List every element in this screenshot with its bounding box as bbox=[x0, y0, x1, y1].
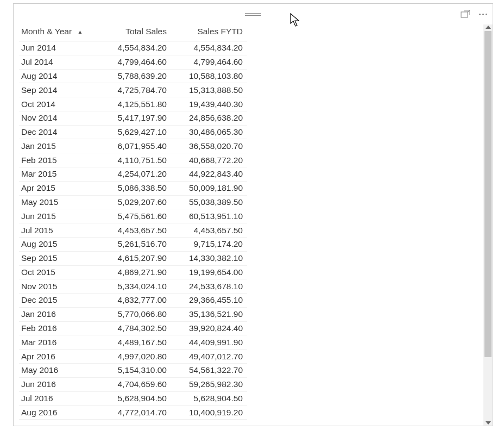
cell-month-year: May 2016 bbox=[19, 363, 98, 377]
cell-total-sales: 4,832,777.00 bbox=[98, 294, 171, 308]
cell-month-year: Jan 2015 bbox=[19, 139, 98, 153]
cell-month-year: Apr 2015 bbox=[19, 181, 98, 195]
scroll-down-arrow-icon[interactable] bbox=[486, 421, 491, 425]
table-row[interactable]: Aug 20155,261,516.709,715,174.20 bbox=[19, 237, 247, 251]
cell-total-sales: 4,799,464.60 bbox=[98, 55, 171, 69]
svg-rect-0 bbox=[461, 12, 468, 17]
scroll-track[interactable] bbox=[483, 31, 493, 419]
table-row[interactable]: Jan 20156,071,955.4036,558,020.70 bbox=[19, 139, 247, 153]
column-header-sales-fytd[interactable]: Sales FYTD bbox=[171, 24, 247, 41]
table-row[interactable]: Jul 20144,799,464.604,799,464.60 bbox=[19, 55, 247, 69]
table-row[interactable]: Aug 20145,788,639.2010,588,103.80 bbox=[19, 69, 247, 83]
vertical-scrollbar[interactable] bbox=[483, 24, 493, 426]
table-row[interactable]: Jul 20165,628,904.505,628,904.50 bbox=[19, 391, 247, 406]
cell-sales-fytd: 50,009,181.90 bbox=[171, 181, 247, 195]
table-row[interactable]: Nov 20155,334,024.1024,533,678.10 bbox=[19, 279, 247, 294]
cell-month-year: Oct 2014 bbox=[19, 97, 98, 111]
table-row[interactable]: Mar 20164,489,167.5044,409,991.90 bbox=[19, 335, 247, 350]
visual-header bbox=[14, 4, 493, 24]
sort-ascending-icon: ▲ bbox=[77, 29, 83, 35]
table-row[interactable]: Aug 20164,772,014.7010,400,919.20 bbox=[19, 406, 247, 420]
column-header-month-year[interactable]: Month & Year ▲ bbox=[19, 24, 98, 41]
table-scroll[interactable]: Month & Year ▲ Total Sales Sales FYTD Ju… bbox=[14, 24, 483, 426]
more-options-icon[interactable] bbox=[477, 11, 489, 17]
cell-month-year: Dec 2015 bbox=[19, 294, 98, 308]
column-header-total-sales[interactable]: Total Sales bbox=[98, 24, 171, 41]
cell-sales-fytd: 29,366,455.10 bbox=[171, 294, 247, 308]
cell-month-year: Mar 2015 bbox=[19, 167, 98, 182]
table-row[interactable]: Dec 20145,629,427.1030,486,065.30 bbox=[19, 125, 247, 139]
cell-month-year: Jan 2016 bbox=[19, 307, 98, 321]
table-row[interactable]: Feb 20154,110,751.5040,668,772.20 bbox=[19, 153, 247, 167]
scroll-up-arrow-icon[interactable] bbox=[486, 26, 491, 29]
cell-total-sales: 4,254,071.20 bbox=[98, 167, 171, 182]
cell-sales-fytd: 5,628,904.50 bbox=[171, 391, 247, 406]
table-row[interactable]: May 20165,154,310.0054,561,322.70 bbox=[19, 363, 247, 377]
data-table: Month & Year ▲ Total Sales Sales FYTD Ju… bbox=[19, 24, 247, 426]
cell-month-year: Jul 2015 bbox=[19, 223, 98, 238]
table-row[interactable]: Nov 20145,417,197.9024,856,638.20 bbox=[19, 111, 247, 125]
cell-total-sales: 6,071,955.40 bbox=[98, 139, 171, 153]
cell-total-sales: 4,869,271.90 bbox=[98, 265, 171, 279]
cell-total-sales: 4,554,834.20 bbox=[98, 41, 171, 55]
cell-month-year: Mar 2016 bbox=[19, 335, 98, 350]
cell-total-sales: 5,086,338.50 bbox=[98, 181, 171, 195]
cell-total-sales: 5,629,427.10 bbox=[98, 125, 171, 139]
cell-sales-fytd: 39,920,824.40 bbox=[171, 321, 247, 335]
cell-month-year: Feb 2015 bbox=[19, 153, 98, 167]
cell-sales-fytd: 24,533,678.10 bbox=[171, 279, 247, 294]
cell-sales-fytd: 10,400,919.20 bbox=[171, 406, 247, 420]
table-row[interactable]: Oct 20144,125,551.8019,439,440.30 bbox=[19, 97, 247, 111]
table-row[interactable]: Oct 20154,869,271.9019,199,654.00 bbox=[19, 265, 247, 279]
cell-sales-fytd: 24,856,638.20 bbox=[171, 111, 247, 125]
scroll-thumb[interactable] bbox=[484, 31, 492, 357]
cell-total-sales: 4,615,207.90 bbox=[98, 251, 171, 265]
cell-month-year: Aug 2016 bbox=[19, 406, 98, 420]
header-label: Month & Year bbox=[21, 27, 72, 36]
cell-total-sales: 5,417,197.90 bbox=[98, 111, 171, 125]
table-row[interactable]: Jun 20144,554,834.204,554,834.20 bbox=[19, 41, 247, 55]
cell-month-year: May 2015 bbox=[19, 195, 98, 209]
table-row[interactable]: Feb 20164,784,302.5039,920,824.40 bbox=[19, 321, 247, 335]
table-visual: Month & Year ▲ Total Sales Sales FYTD Ju… bbox=[13, 3, 493, 426]
cell-total-sales: 5,029,207.60 bbox=[98, 195, 171, 209]
cell-sales-fytd: 49,407,012.70 bbox=[171, 350, 247, 364]
table-row[interactable]: Jun 20155,475,561.6060,513,951.10 bbox=[19, 209, 247, 223]
cell-total-sales: 5,770,066.80 bbox=[98, 307, 171, 321]
cell-total-sales: 5,261,516.70 bbox=[98, 237, 171, 251]
cell-total-sales: 4,704,659.60 bbox=[98, 377, 171, 391]
cell-total-sales: 4,489,167.50 bbox=[98, 335, 171, 350]
cell-sales-fytd: 4,453,657.50 bbox=[171, 223, 247, 238]
table-row[interactable]: Sep 20154,615,207.9014,330,382.10 bbox=[19, 251, 247, 265]
table-row[interactable]: Sep 20144,725,784.7015,313,888.50 bbox=[19, 83, 247, 97]
cell-sales-fytd: 59,265,982.30 bbox=[171, 377, 247, 391]
table-row[interactable]: Apr 20155,086,338.5050,009,181.90 bbox=[19, 181, 247, 195]
cell-sales-fytd: 60,513,951.10 bbox=[171, 209, 247, 223]
cell-total-sales: 4,453,657.50 bbox=[98, 223, 171, 238]
cell-total-sales: 4,725,784.70 bbox=[98, 83, 171, 97]
cell-sales-fytd: 9,715,174.20 bbox=[171, 237, 247, 251]
table-row[interactable]: Jan 20165,770,066.8035,136,521.90 bbox=[19, 307, 247, 321]
header-actions bbox=[461, 10, 489, 18]
header-label: Sales FYTD bbox=[197, 27, 243, 36]
table-row[interactable]: May 20155,029,207.6055,038,389.50 bbox=[19, 195, 247, 209]
table-row[interactable]: Mar 20154,254,071.2044,922,843.40 bbox=[19, 167, 247, 182]
cell-total-sales: 4,997,020.80 bbox=[98, 350, 171, 364]
cell-month-year: Nov 2015 bbox=[19, 279, 98, 294]
table-row[interactable]: Dec 20154,832,777.0029,366,455.10 bbox=[19, 294, 247, 308]
table-row[interactable]: Jul 20154,453,657.504,453,657.50 bbox=[19, 223, 247, 238]
cell-month-year: Aug 2014 bbox=[19, 69, 98, 83]
cell-month-year: Sep 2015 bbox=[19, 251, 98, 265]
cell-total-sales: 5,788,639.20 bbox=[98, 69, 171, 83]
drag-handle[interactable] bbox=[245, 12, 261, 16]
cell-total-sales: 5,154,310.00 bbox=[98, 363, 171, 377]
header-label: Total Sales bbox=[125, 27, 167, 36]
cell-sales-fytd: 44,922,843.40 bbox=[171, 167, 247, 182]
cell-month-year: Oct 2015 bbox=[19, 265, 98, 279]
cell-sales-fytd: 19,199,654.00 bbox=[171, 265, 247, 279]
table-row[interactable]: Jun 20164,704,659.6059,265,982.30 bbox=[19, 377, 247, 391]
table-row[interactable]: Apr 20164,997,020.8049,407,012.70 bbox=[19, 350, 247, 364]
cell-month-year: Jun 2014 bbox=[19, 41, 98, 55]
totals-sales-fytd: 30,238,373.00 bbox=[171, 420, 247, 426]
focus-mode-icon[interactable] bbox=[461, 10, 470, 18]
